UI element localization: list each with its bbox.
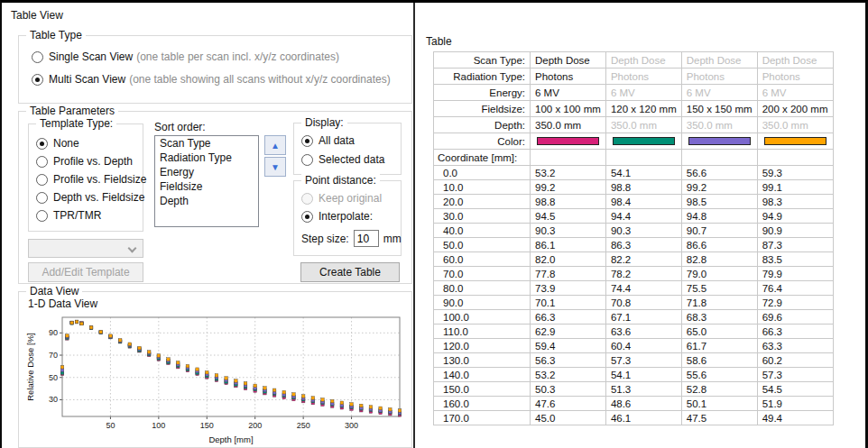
table-type-groupbox: Table Type Single Scan View (one table p… [18, 35, 412, 104]
coordinate-cell: 20.0 [434, 195, 531, 209]
meta-cell: 150 x 150 mm [681, 101, 757, 117]
dose-value-cell: 70.1 [531, 296, 606, 310]
table-color-row: Color: [434, 133, 834, 150]
dose-value-cell: 63.3 [757, 339, 833, 353]
color-cell [605, 133, 681, 150]
meta-cell: Photons [757, 69, 833, 85]
table-data-row: 20.098.898.498.598.3 [434, 195, 834, 209]
radio-selected-data[interactable]: Selected data [301, 153, 384, 166]
svg-text:300: 300 [345, 421, 358, 430]
radio-circle-icon [301, 154, 313, 166]
scan-color-swatch [764, 137, 826, 145]
dose-value-cell: 70.8 [605, 296, 681, 310]
dose-value-cell: 83.5 [757, 252, 833, 267]
dose-value-cell: 90.7 [681, 224, 757, 238]
dose-value-cell: 78.2 [605, 267, 681, 281]
step-size-input[interactable] [354, 230, 379, 247]
coordinate-cell: 60.0 [434, 252, 531, 267]
dose-value-cell: 60.2 [757, 353, 833, 368]
create-table-button[interactable]: Create Table [300, 262, 400, 282]
dose-value-cell: 90.3 [605, 224, 681, 238]
dose-value-cell: 46.1 [605, 411, 681, 425]
display-groupbox: Display: All data Selected data [293, 123, 402, 175]
sort-order-item[interactable]: Depth [155, 194, 258, 208]
dose-value-cell: 76.4 [757, 281, 833, 296]
radio-label: Depth vs. Fieldsize [53, 191, 144, 204]
dose-value-cell: 59.3 [757, 166, 833, 180]
sort-order-item[interactable]: Energy [155, 165, 258, 179]
dose-value-cell: 86.1 [531, 238, 606, 252]
dose-value-cell: 62.9 [531, 325, 606, 339]
radio-label: TPR/TMR [53, 209, 101, 222]
radio-circle-icon [32, 51, 43, 63]
dose-value-cell: 86.3 [605, 238, 681, 252]
radio-interpolate[interactable]: Interpolate: [301, 210, 373, 223]
step-size-unit: mm [383, 233, 402, 245]
coordinate-cell: 120.0 [434, 339, 531, 353]
meta-cell: 350.0 mm [531, 117, 606, 133]
dose-value-cell: 74.4 [605, 281, 681, 296]
coordinate-cell: 150.0 [434, 382, 531, 397]
meta-row-label: Radiation Type: [434, 69, 531, 85]
table-data-row: 110.062.963.665.066.3 [434, 325, 834, 339]
radio-template-tpr-tmr[interactable]: TPR/TMR [36, 209, 101, 222]
coordinate-cell: 30.0 [434, 209, 531, 224]
sort-order-listbox[interactable]: Scan TypeRadiation TypeEnergyFieldsizeDe… [154, 135, 259, 227]
template-type-group-title: Template Type: [36, 117, 116, 131]
radio-template-profile-vs-fieldsize[interactable]: Profile vs. Fieldsize [36, 173, 146, 186]
meta-cell: 350.0 mm [757, 117, 833, 133]
coordinate-cell: 80.0 [434, 281, 531, 296]
dose-value-cell: 47.6 [531, 397, 606, 411]
meta-row-label: Scan Type: [434, 52, 531, 69]
dose-value-cell: 99.1 [757, 180, 833, 195]
arrow-up-icon: ▲ [271, 141, 280, 151]
radio-template-depth-vs-fieldsize[interactable]: Depth vs. Fieldsize [36, 191, 144, 204]
radio-all-data[interactable]: All data [301, 134, 355, 147]
coordinate-cell: 70.0 [434, 267, 531, 281]
sort-move-down-button[interactable]: ▼ [264, 157, 286, 177]
sort-order-item[interactable]: Radiation Type [155, 151, 258, 165]
table-data-row: 50.086.186.386.687.3 [434, 238, 834, 252]
dose-value-cell: 54.1 [605, 368, 681, 382]
table-meta-row: Scan Type:Depth DoseDepth DoseDepth Dose… [434, 52, 834, 69]
table-data-row: 30.094.594.494.894.9 [434, 209, 834, 224]
dose-value-cell: 52.8 [681, 382, 757, 397]
table-data-row: 100.066.367.168.369.6 [434, 310, 834, 325]
radio-template-none[interactable]: None [36, 137, 79, 150]
dose-value-cell: 55.6 [681, 368, 757, 382]
meta-cell: Photons [681, 69, 757, 85]
radio-circle-icon [301, 211, 313, 223]
scan-data-table-wrap: Scan Type:Depth DoseDepth DoseDepth Dose… [433, 51, 834, 425]
radio-multi-scan-view[interactable]: Multi Scan View (one table showing all s… [32, 73, 391, 86]
dose-value-cell: 66.3 [757, 325, 833, 339]
table-data-row: 130.056.357.358.660.2 [434, 353, 834, 368]
sort-order-item[interactable]: Scan Type [155, 136, 258, 151]
dose-value-cell: 48.6 [605, 397, 681, 411]
svg-text:90: 90 [49, 328, 58, 337]
scan-color-swatch [613, 137, 675, 145]
table-data-row: 120.059.460.461.763.3 [434, 339, 834, 353]
dose-value-cell: 86.6 [681, 238, 757, 252]
radio-label: Keep original [319, 192, 382, 205]
dose-value-cell: 53.2 [531, 368, 606, 382]
dose-value-cell: 72.9 [757, 296, 833, 310]
dose-value-cell: 57.3 [757, 368, 833, 382]
sort-move-up-button[interactable]: ▲ [264, 135, 286, 155]
svg-text:50: 50 [49, 373, 58, 382]
radio-single-scan-view[interactable]: Single Scan View (one table per scan inc… [32, 50, 339, 63]
coordinate-cell: 170.0 [434, 411, 531, 425]
meta-cell: Depth Dose [531, 52, 606, 69]
coordinate-cell: 90.0 [434, 296, 531, 310]
scan-color-swatch [688, 137, 751, 145]
dose-value-cell: 50.3 [531, 382, 606, 397]
svg-text:100: 100 [152, 421, 165, 430]
coordinate-cell: 10.0 [434, 180, 531, 195]
dose-value-cell: 98.5 [681, 195, 757, 209]
color-cell [681, 133, 757, 150]
dose-value-cell: 98.4 [605, 195, 681, 209]
coordinate-cell: 100.0 [434, 310, 531, 325]
dose-value-cell: 90.3 [531, 224, 606, 238]
sort-order-item[interactable]: Fieldsize [155, 179, 258, 194]
dose-value-cell: 66.3 [531, 310, 606, 325]
radio-template-profile-vs-depth[interactable]: Profile vs. Depth [36, 155, 133, 168]
